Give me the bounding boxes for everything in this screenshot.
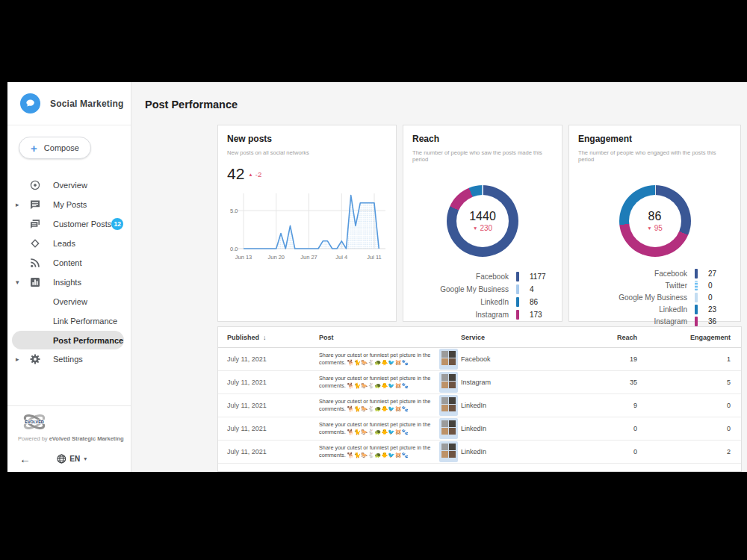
post-cell: Share your cutest or funniest pet pictur… (319, 372, 461, 393)
sidebar-footer: EVOLVED Powered by eVolved Strategic Mar… (7, 405, 131, 472)
sidebar-item-settings[interactable]: ▸ Settings (7, 349, 131, 369)
legend-label: Instagram (412, 311, 516, 319)
legend-label: LinkedIn (412, 298, 516, 306)
service-name: Facebook (461, 355, 580, 363)
app-name: Social Marketing (50, 99, 124, 109)
chat-icon (29, 199, 41, 211)
legend-value: 36 (698, 317, 731, 326)
engagement-value: 0 (648, 425, 741, 432)
column-header-published[interactable]: Published↓ (218, 334, 319, 341)
legend-label: Google My Business (412, 285, 516, 293)
chats-icon (29, 218, 41, 230)
post-cell: Share your cutest or funniest pet pictur… (319, 349, 461, 370)
engagement-legend: Facebook27Twitter0Google My Business0Lin… (578, 269, 731, 326)
svg-text:0.0: 0.0 (230, 246, 238, 252)
engagement-value: 2 (648, 448, 741, 455)
engagement-value: 0 (648, 402, 741, 409)
posts-table: Published↓ Post Service Reach Engagement… (217, 326, 742, 472)
sidebar-item-content[interactable]: Content (7, 253, 131, 273)
post-thumbnail-image (439, 395, 458, 416)
legend-row: Twitter0 (578, 281, 731, 290)
engagement-donut-chart: 86 ▼ 95 (619, 185, 691, 257)
caret-down-icon: ▾ (84, 455, 87, 462)
table-row[interactable]: July 11, 2021 Share your cutest or funni… (218, 417, 741, 441)
column-header-service[interactable]: Service (461, 334, 580, 341)
main-content: Post Performance New posts New posts on … (131, 82, 747, 472)
post-thumbnail-image (439, 372, 458, 393)
column-header-post[interactable]: Post (319, 334, 461, 341)
sidebar-subitem-insights-overview[interactable]: Overview (7, 292, 131, 311)
svg-text:Jul 11: Jul 11 (367, 254, 381, 261)
post-text: Share your cutest or funniest pet pictur… (319, 421, 434, 436)
published-date: July 11, 2021 (218, 425, 319, 432)
sidebar-subitem-link-performance[interactable]: Link Performance (7, 311, 131, 331)
chevron-right-icon[interactable]: ▸ (16, 201, 19, 208)
legend-row: LinkedIn23 (578, 305, 731, 314)
post-text: Share your cutest or funniest pet pictur… (319, 375, 434, 390)
post-cell: Share your cutest or funniest pet pictur… (319, 441, 461, 462)
chat-bubble-icon (24, 97, 37, 110)
sidebar-item-insights[interactable]: ▾ Insights (7, 273, 131, 292)
post-text: Share your cutest or funniest pet pictur… (319, 352, 434, 367)
leads-diamond-icon (29, 237, 41, 249)
post-cell: Share your cutest or funniest pet pictur… (319, 418, 461, 439)
triangle-up-icon: ▲ (248, 172, 252, 177)
legend-label: LinkedIn (578, 305, 695, 314)
service-name: LinkedIn (461, 425, 580, 432)
new-posts-line-chart: 5.00.0Jun 13Jun 20Jun 27Jul 4Jul 11 (227, 183, 387, 264)
published-date: July 11, 2021 (218, 355, 319, 363)
new-posts-card: New posts New posts on all social networ… (217, 125, 397, 322)
gear-icon (29, 353, 41, 365)
legend-row: Facebook1177 (412, 272, 553, 281)
column-header-engagement[interactable]: Engagement (648, 334, 741, 341)
svg-text:Jun 27: Jun 27 (300, 254, 317, 261)
language-selector[interactable]: EN ▾ (56, 454, 87, 464)
table-row[interactable]: July 11, 2021 Share your cutest or funni… (218, 371, 741, 394)
sidebar-item-overview[interactable]: Overview (7, 175, 131, 195)
reach-donut-chart: 1440 ▼ 230 (447, 185, 518, 257)
table-row[interactable]: July 11, 2021 Share your cutest or funni… (218, 394, 741, 417)
post-thumbnail-image (439, 418, 458, 439)
compass-icon (29, 179, 41, 191)
table-row[interactable]: July 11, 2021 Share your cutest or funni… (218, 348, 741, 371)
legend-value: 0 (698, 293, 731, 302)
legend-label: Google My Business (578, 293, 695, 302)
engagement-value: 1 (648, 355, 741, 363)
post-cell: Share your cutest or funniest pet pictur… (319, 395, 461, 416)
reach-legend: Facebook1177Google My Business4LinkedIn8… (412, 272, 553, 320)
legend-color-bar (695, 293, 698, 302)
sidebar-item-my-posts[interactable]: ▸ My Posts (7, 195, 131, 214)
plus-icon: + (31, 143, 37, 154)
reach-value: 0 (580, 425, 648, 432)
sidebar-item-customer-posts[interactable]: Customer Posts 12 (7, 214, 131, 234)
legend-color-bar (695, 281, 698, 290)
legend-color-bar (516, 272, 519, 281)
legend-color-bar (516, 297, 519, 307)
service-name: Instagram (461, 379, 580, 386)
column-header-reach[interactable]: Reach (580, 334, 648, 341)
evolved-logo: EVOLVED (7, 411, 131, 432)
compose-button[interactable]: + Compose (19, 137, 91, 159)
post-text: Share your cutest or funniest pet pictur… (319, 444, 434, 459)
sidebar-item-leads[interactable]: Leads (7, 234, 131, 253)
table-row[interactable]: July 11, 2021 Share your cutest or funni… (218, 441, 741, 464)
chevron-down-icon[interactable]: ▾ (16, 279, 19, 286)
legend-row: LinkedIn86 (412, 297, 553, 307)
sort-descending-icon: ↓ (263, 334, 267, 341)
sidebar: Social Marketing + Compose Overview ▸ My… (7, 82, 131, 472)
reach-delta: ▼ 230 (473, 224, 492, 232)
chevron-right-icon[interactable]: ▸ (16, 355, 19, 363)
service-name: LinkedIn (461, 402, 580, 409)
sidebar-subitem-post-performance[interactable]: Post Performance (12, 331, 124, 349)
legend-color-bar (695, 269, 698, 279)
svg-text:Jun 13: Jun 13 (235, 254, 252, 261)
reach-card: Reach The number of people who saw the p… (403, 125, 562, 322)
legend-color-bar (695, 317, 698, 326)
summary-cards: New posts New posts on all social networ… (217, 125, 741, 322)
app-window: Social Marketing + Compose Overview ▸ My… (7, 82, 747, 472)
post-thumbnail-image (439, 349, 458, 370)
post-thumbnail-image (439, 441, 458, 462)
triangle-down-icon: ▼ (647, 225, 651, 231)
back-arrow-icon[interactable]: ← (19, 452, 31, 465)
legend-row: Facebook27 (578, 269, 731, 279)
